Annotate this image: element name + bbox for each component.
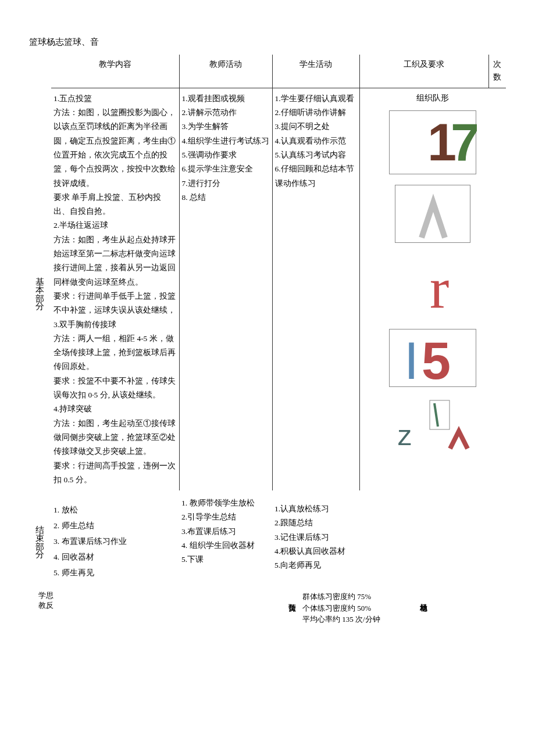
end-teacher: 1. 教师带领学生放松 2.引导学生总结 3.布置课后练习 4. 组织学生回收器… [179, 490, 272, 584]
basic-section-label: 基本部分 [29, 88, 51, 490]
header-org: 工织及要求 [359, 55, 488, 88]
header-teacher: 教师活动 [179, 55, 272, 88]
end-content: 1. 放松 2. 师生总结 3. 布置课后练习作业 4. 回收器材 5. 师生再… [51, 490, 179, 584]
diagram-5: z [389, 397, 476, 450]
svg-text:7: 7 [451, 113, 477, 171]
basic-org: 组织队形 1 7 r [359, 88, 506, 490]
svg-text:5: 5 [422, 332, 451, 388]
basic-teacher: 1.观看挂图或视频 2.讲解示范动作 3.为学生解答 4.组织学生进行考试练习 … [179, 88, 272, 490]
diagram-4: I 5 [389, 329, 476, 387]
footer-reflection-label: 学思 教反 [29, 589, 58, 628]
header-count: 次数 [488, 55, 506, 88]
end-student: 1.认真放松练习 2.跟随总结 3.记住课后练习 4.积极认真回收器材 5.向老… [272, 490, 359, 584]
footer-load-label: 预计负荷 [285, 589, 300, 628]
end-section-label: 结束部分 [29, 490, 51, 584]
footer-load-content: 群体练习密度约 75% 个体练习密度约 50% 平均心率约 135 次/分钟 [300, 589, 416, 628]
header-content: 教学内容 [51, 55, 179, 88]
footer-table: 学思 教反 预计负荷 群体练习密度约 75% 个体练习密度约 50% 平均心率约… [29, 589, 506, 628]
svg-rect-5 [430, 400, 450, 429]
header-student: 学生活动 [272, 55, 359, 88]
diagram-3: r [395, 257, 470, 321]
basic-content: 1.五点投篮 方法：如图，以篮圈投影为圆心，以该点至罚球线的距离为半径画圆，确定… [51, 88, 179, 490]
org-formation-label: 组织队形 [362, 92, 504, 105]
svg-text:r: r [430, 257, 449, 321]
svg-text:z: z [398, 420, 412, 450]
diagram-2 [395, 185, 470, 243]
svg-text:I: I [404, 332, 419, 388]
basic-student: 1.学生要仔细认真观看 2.仔细听讲动作讲解 3.提问不明之处 4.认真观看动作… [272, 88, 359, 490]
lesson-plan-table: 教学内容 教师活动 学生活动 工织及要求 次数 基本部分 1.五点投篮 方法：如… [29, 55, 506, 584]
svg-line-6 [434, 403, 438, 427]
page-title: 篮球杨志篮球、音 [29, 35, 506, 49]
footer-equipment-label: 场地器材 [416, 589, 431, 628]
diagram-1: 1 7 [389, 110, 476, 174]
